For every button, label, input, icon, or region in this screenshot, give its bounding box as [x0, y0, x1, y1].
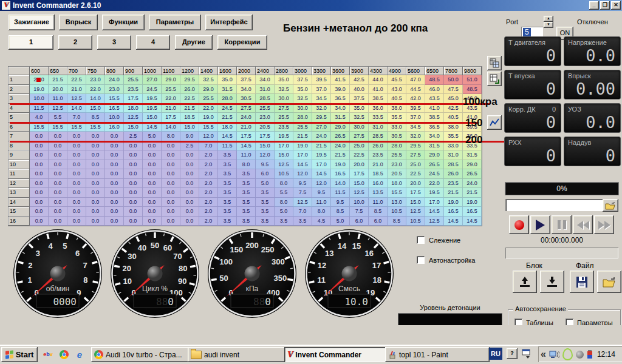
task-audi-invent-folder[interactable]: audi invent [188, 347, 287, 362]
map-cell[interactable]: 15.0 [406, 198, 425, 207]
map-cell[interactable]: 2.0 [199, 160, 218, 170]
map-cell[interactable]: 0.0 [30, 217, 49, 226]
map-cell[interactable]: 0.0 [180, 207, 199, 217]
map-cell[interactable]: 5.0 [275, 207, 293, 217]
map-cell[interactable]: 0.0 [86, 160, 105, 170]
map-cell[interactable]: 12.5 [67, 94, 86, 104]
map-cell[interactable]: 0.0 [86, 217, 105, 226]
map-cell[interactable]: 21.5 [444, 188, 463, 198]
map-cell[interactable]: 45.0 [444, 94, 463, 104]
map-cell[interactable]: 0.0 [124, 217, 143, 226]
map-cell[interactable]: 7.0 [293, 207, 312, 217]
map-cell[interactable]: 0.0 [67, 160, 86, 170]
map-cell[interactable]: 0.0 [124, 169, 143, 179]
language-indicator[interactable]: RU [489, 348, 502, 360]
map-cell[interactable]: 2.5 [124, 132, 143, 141]
map-cell[interactable]: 0.0 [105, 132, 124, 141]
map-cell[interactable]: 21.0 [30, 75, 49, 85]
map-cell[interactable]: 7.5 [293, 188, 312, 198]
map-cell[interactable]: 10.0 [105, 113, 124, 123]
map-cell[interactable]: 8.5 [388, 217, 406, 226]
map-cell[interactable]: 15.5 [105, 94, 124, 104]
map-cell[interactable]: 0.0 [162, 198, 180, 207]
map-cell[interactable]: 31.5 [463, 150, 482, 160]
map-cell[interactable]: 9.5 [312, 188, 331, 198]
map-cell[interactable]: 0.0 [143, 188, 162, 198]
map-cell[interactable]: 17.5 [237, 132, 256, 141]
map-cell[interactable]: 22.0 [86, 85, 105, 95]
map-cell[interactable]: 12.0 [256, 150, 275, 160]
map-cell[interactable]: 29.5 [312, 113, 331, 123]
map-cell[interactable]: 8.0 [237, 160, 256, 170]
map-cell[interactable]: 2.0 [199, 198, 218, 207]
map-cell[interactable]: 0.0 [180, 160, 199, 170]
map-cell[interactable]: 29.0 [463, 160, 482, 170]
map-cell[interactable]: 0.0 [49, 188, 67, 198]
map-cell[interactable]: 16.5 [444, 207, 463, 217]
map-cell[interactable]: 0.0 [86, 198, 105, 207]
map-cell[interactable]: 25.5 [388, 150, 406, 160]
map-cell[interactable]: 0.0 [162, 217, 180, 226]
map-cell[interactable]: 0.0 [86, 179, 105, 189]
map-cell[interactable]: 5.5 [275, 188, 293, 198]
map-cell[interactable]: 14.5 [444, 217, 463, 226]
map-cell[interactable]: 20.0 [49, 85, 67, 95]
map-cell[interactable]: 51.0 [463, 75, 482, 85]
map-cell[interactable]: 10.5 [388, 207, 406, 217]
tab-ignition[interactable]: Зажигание [9, 15, 55, 30]
map-cell[interactable]: 19.5 [425, 188, 444, 198]
load-row-header[interactable]: 2 [9, 85, 30, 95]
map-cell[interactable]: 0.0 [124, 160, 143, 170]
map-cell[interactable]: 32.5 [350, 113, 369, 123]
map-cell[interactable]: 20.0 [350, 160, 369, 170]
map-cell[interactable]: 24.5 [143, 85, 162, 95]
map-cell[interactable]: 3.5 [218, 150, 237, 160]
rpm-column-header[interactable]: 1200 [180, 67, 199, 75]
map-cell[interactable]: 16.0 [369, 179, 388, 189]
map-cell[interactable]: 14.0 [331, 179, 350, 189]
map-cell[interactable]: 47.0 [406, 75, 425, 85]
load-row-header[interactable]: 5 [9, 113, 30, 123]
rpm-column-header[interactable]: 9800 [463, 67, 482, 75]
map-cell[interactable]: 5.0 [331, 217, 350, 226]
map-cell[interactable]: 10.5 [406, 217, 425, 226]
map-cell[interactable]: 0.0 [180, 150, 199, 160]
map-cell[interactable]: 0.0 [49, 217, 67, 226]
map-cell[interactable]: 31.5 [218, 85, 237, 95]
map-cell[interactable]: 11.0 [49, 94, 67, 104]
map-cell[interactable]: 5.5 [49, 113, 67, 123]
map-cell[interactable]: 40.5 [388, 94, 406, 104]
load-row-header[interactable]: 11 [9, 169, 30, 179]
map-cell[interactable]: 0.0 [143, 169, 162, 179]
tab-functions[interactable]: Функции [102, 15, 145, 30]
map-cell[interactable]: 19.0 [331, 160, 350, 170]
map-cell[interactable]: 22.0 [162, 94, 180, 104]
map-cell[interactable]: 25.5 [162, 85, 180, 95]
map-cell[interactable]: 32.5 [199, 75, 218, 85]
read-from-ecu-button[interactable] [513, 271, 537, 293]
map-cell[interactable]: 8.0 [275, 179, 293, 189]
load-row-header[interactable]: 16 [9, 217, 30, 226]
map-cell[interactable]: 8.0 [162, 132, 180, 141]
map-cell[interactable]: 0.0 [30, 188, 49, 198]
map-cell[interactable]: 0.0 [67, 198, 86, 207]
rpm-column-header[interactable]: 7800 [444, 67, 463, 75]
map-cell[interactable]: 0.0 [86, 207, 105, 217]
map-cell[interactable]: 7.5 [350, 207, 369, 217]
map-cell[interactable]: 3.5 [218, 217, 237, 226]
map-cell[interactable]: 21.5 [49, 75, 67, 85]
map-cell[interactable]: 4.5 [312, 217, 331, 226]
map-cell[interactable]: 0.0 [49, 179, 67, 189]
map-cell[interactable]: 35.0 [293, 85, 312, 95]
rpm-column-header[interactable]: 3900 [350, 67, 369, 75]
map-cell[interactable]: 15.0 [275, 150, 293, 160]
map-cell[interactable]: 14.5 [293, 160, 312, 170]
browse-file-button[interactable] [603, 199, 618, 212]
map-cell[interactable]: 25.5 [199, 94, 218, 104]
map-cell[interactable]: 15.5 [388, 188, 406, 198]
map-cell[interactable]: 24.0 [105, 75, 124, 85]
port-spin-up-icon[interactable]: ▲ [544, 16, 553, 22]
rpm-column-header[interactable]: 800 [105, 67, 124, 75]
map-cell[interactable]: 41.0 [369, 85, 388, 95]
rpm-column-header[interactable]: 1400 [199, 67, 218, 75]
